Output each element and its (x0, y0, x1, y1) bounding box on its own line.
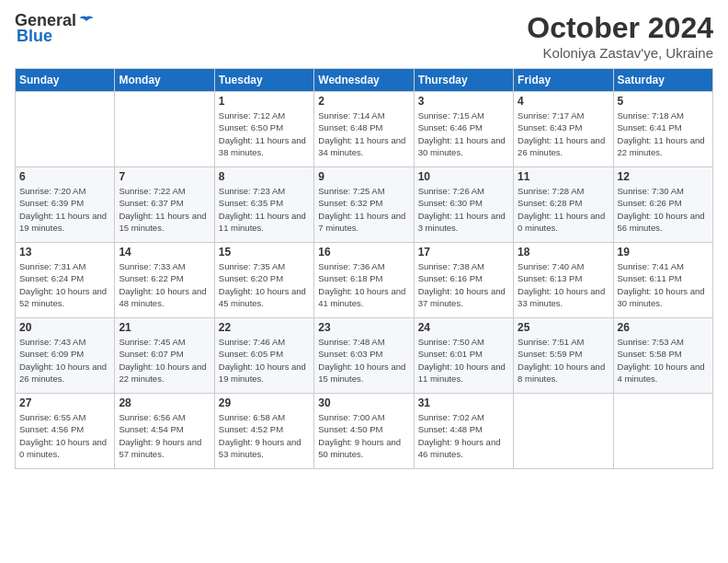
day-number: 9 (318, 170, 409, 183)
day-info: Sunrise: 7:46 AM Sunset: 6:05 PM Dayligh… (219, 336, 310, 385)
day-number: 21 (119, 321, 210, 334)
day-number: 26 (618, 321, 709, 334)
day-info: Sunrise: 7:51 AM Sunset: 5:59 PM Dayligh… (518, 336, 609, 385)
calendar-week-row: 1Sunrise: 7:12 AM Sunset: 6:50 PM Daylig… (16, 92, 713, 167)
calendar-cell: 26Sunrise: 7:53 AM Sunset: 5:58 PM Dayli… (613, 318, 712, 394)
day-info: Sunrise: 7:12 AM Sunset: 6:50 PM Dayligh… (219, 109, 310, 158)
day-info: Sunrise: 7:53 AM Sunset: 5:58 PM Dayligh… (618, 336, 709, 385)
calendar-cell: 15Sunrise: 7:35 AM Sunset: 6:20 PM Dayli… (214, 243, 313, 318)
day-number: 11 (518, 170, 609, 183)
day-info: Sunrise: 7:35 AM Sunset: 6:20 PM Dayligh… (219, 260, 310, 309)
day-number: 23 (318, 321, 409, 334)
title-area: October 2024 Koloniya Zastav'ye, Ukraine (527, 11, 713, 61)
day-info: Sunrise: 7:15 AM Sunset: 6:46 PM Dayligh… (418, 109, 509, 158)
calendar-cell: 7Sunrise: 7:22 AM Sunset: 6:37 PM Daylig… (115, 167, 214, 243)
calendar-cell (115, 92, 214, 167)
calendar-cell: 18Sunrise: 7:40 AM Sunset: 6:13 PM Dayli… (514, 243, 613, 318)
calendar-cell: 2Sunrise: 7:14 AM Sunset: 6:48 PM Daylig… (314, 92, 414, 167)
main-title: October 2024 (527, 11, 713, 45)
calendar-cell: 17Sunrise: 7:38 AM Sunset: 6:16 PM Dayli… (414, 243, 513, 318)
calendar-cell: 21Sunrise: 7:45 AM Sunset: 6:07 PM Dayli… (115, 318, 214, 394)
calendar-cell: 12Sunrise: 7:30 AM Sunset: 6:26 PM Dayli… (613, 167, 712, 243)
day-number: 16 (318, 246, 409, 259)
day-info: Sunrise: 7:25 AM Sunset: 6:32 PM Dayligh… (318, 185, 409, 234)
day-info: Sunrise: 7:38 AM Sunset: 6:16 PM Dayligh… (418, 260, 509, 309)
day-info: Sunrise: 7:23 AM Sunset: 6:35 PM Dayligh… (219, 185, 310, 234)
day-info: Sunrise: 7:02 AM Sunset: 4:48 PM Dayligh… (418, 411, 509, 460)
calendar: SundayMondayTuesdayWednesdayThursdayFrid… (15, 68, 713, 469)
day-info: Sunrise: 7:17 AM Sunset: 6:43 PM Dayligh… (518, 109, 609, 158)
weekday-header: Sunday (16, 69, 115, 92)
page: General Blue October 2024 Koloniya Zasta… (0, 0, 728, 563)
calendar-week-row: 20Sunrise: 7:43 AM Sunset: 6:09 PM Dayli… (16, 318, 713, 394)
calendar-cell: 8Sunrise: 7:23 AM Sunset: 6:35 PM Daylig… (214, 167, 313, 243)
day-info: Sunrise: 7:31 AM Sunset: 6:24 PM Dayligh… (19, 260, 110, 309)
day-number: 5 (618, 95, 709, 108)
weekday-header: Thursday (414, 69, 513, 92)
calendar-cell: 10Sunrise: 7:26 AM Sunset: 6:30 PM Dayli… (414, 167, 513, 243)
calendar-week-row: 27Sunrise: 6:55 AM Sunset: 4:56 PM Dayli… (16, 394, 713, 469)
day-number: 20 (19, 321, 110, 334)
day-info: Sunrise: 7:36 AM Sunset: 6:18 PM Dayligh… (318, 260, 409, 309)
day-number: 13 (19, 246, 110, 259)
calendar-cell: 30Sunrise: 7:00 AM Sunset: 4:50 PM Dayli… (314, 394, 414, 469)
day-number: 8 (219, 170, 310, 183)
day-number: 6 (19, 170, 110, 183)
day-number: 30 (318, 396, 409, 409)
day-number: 27 (19, 396, 110, 409)
weekday-header: Tuesday (214, 69, 313, 92)
day-info: Sunrise: 7:18 AM Sunset: 6:41 PM Dayligh… (618, 109, 709, 158)
day-info: Sunrise: 7:40 AM Sunset: 6:13 PM Dayligh… (518, 260, 609, 309)
calendar-cell: 25Sunrise: 7:51 AM Sunset: 5:59 PM Dayli… (514, 318, 613, 394)
calendar-cell: 14Sunrise: 7:33 AM Sunset: 6:22 PM Dayli… (115, 243, 214, 318)
day-number: 19 (618, 246, 709, 259)
day-info: Sunrise: 7:41 AM Sunset: 6:11 PM Dayligh… (618, 260, 709, 309)
logo-blue: Blue (17, 27, 52, 46)
day-number: 1 (219, 95, 310, 108)
day-info: Sunrise: 7:00 AM Sunset: 4:50 PM Dayligh… (318, 411, 409, 460)
calendar-cell: 29Sunrise: 6:58 AM Sunset: 4:52 PM Dayli… (214, 394, 313, 469)
day-info: Sunrise: 7:33 AM Sunset: 6:22 PM Dayligh… (119, 260, 210, 309)
day-info: Sunrise: 7:14 AM Sunset: 6:48 PM Dayligh… (318, 109, 409, 158)
weekday-header: Monday (115, 69, 214, 92)
calendar-cell: 1Sunrise: 7:12 AM Sunset: 6:50 PM Daylig… (214, 92, 313, 167)
day-info: Sunrise: 7:26 AM Sunset: 6:30 PM Dayligh… (418, 185, 509, 234)
calendar-cell: 4Sunrise: 7:17 AM Sunset: 6:43 PM Daylig… (514, 92, 613, 167)
calendar-cell (613, 394, 712, 469)
day-number: 14 (119, 246, 210, 259)
day-number: 3 (418, 95, 509, 108)
calendar-cell: 11Sunrise: 7:28 AM Sunset: 6:28 PM Dayli… (514, 167, 613, 243)
day-info: Sunrise: 7:28 AM Sunset: 6:28 PM Dayligh… (518, 185, 609, 234)
weekday-header: Friday (514, 69, 613, 92)
calendar-cell: 23Sunrise: 7:48 AM Sunset: 6:03 PM Dayli… (314, 318, 414, 394)
logo: General Blue (15, 11, 95, 46)
day-number: 18 (518, 246, 609, 259)
day-info: Sunrise: 7:45 AM Sunset: 6:07 PM Dayligh… (119, 336, 210, 385)
calendar-cell: 5Sunrise: 7:18 AM Sunset: 6:41 PM Daylig… (613, 92, 712, 167)
day-number: 10 (418, 170, 509, 183)
day-info: Sunrise: 7:20 AM Sunset: 6:39 PM Dayligh… (19, 185, 110, 234)
calendar-week-row: 13Sunrise: 7:31 AM Sunset: 6:24 PM Dayli… (16, 243, 713, 318)
day-number: 4 (518, 95, 609, 108)
calendar-cell: 6Sunrise: 7:20 AM Sunset: 6:39 PM Daylig… (16, 167, 115, 243)
day-number: 15 (219, 246, 310, 259)
calendar-cell: 13Sunrise: 7:31 AM Sunset: 6:24 PM Dayli… (16, 243, 115, 318)
day-info: Sunrise: 6:56 AM Sunset: 4:54 PM Dayligh… (119, 411, 210, 460)
day-info: Sunrise: 7:43 AM Sunset: 6:09 PM Dayligh… (19, 336, 110, 385)
day-info: Sunrise: 7:50 AM Sunset: 6:01 PM Dayligh… (418, 336, 509, 385)
calendar-cell: 16Sunrise: 7:36 AM Sunset: 6:18 PM Dayli… (314, 243, 414, 318)
day-number: 24 (418, 321, 509, 334)
day-number: 28 (119, 396, 210, 409)
calendar-cell: 28Sunrise: 6:56 AM Sunset: 4:54 PM Dayli… (115, 394, 214, 469)
day-number: 17 (418, 246, 509, 259)
day-number: 12 (618, 170, 709, 183)
calendar-cell: 31Sunrise: 7:02 AM Sunset: 4:48 PM Dayli… (414, 394, 513, 469)
day-info: Sunrise: 6:58 AM Sunset: 4:52 PM Dayligh… (219, 411, 310, 460)
day-info: Sunrise: 7:22 AM Sunset: 6:37 PM Dayligh… (119, 185, 210, 234)
logo-bird-icon (78, 13, 95, 29)
day-info: Sunrise: 7:48 AM Sunset: 6:03 PM Dayligh… (318, 336, 409, 385)
day-number: 31 (418, 396, 509, 409)
calendar-cell: 3Sunrise: 7:15 AM Sunset: 6:46 PM Daylig… (414, 92, 513, 167)
calendar-cell (514, 394, 613, 469)
calendar-cell: 20Sunrise: 7:43 AM Sunset: 6:09 PM Dayli… (16, 318, 115, 394)
